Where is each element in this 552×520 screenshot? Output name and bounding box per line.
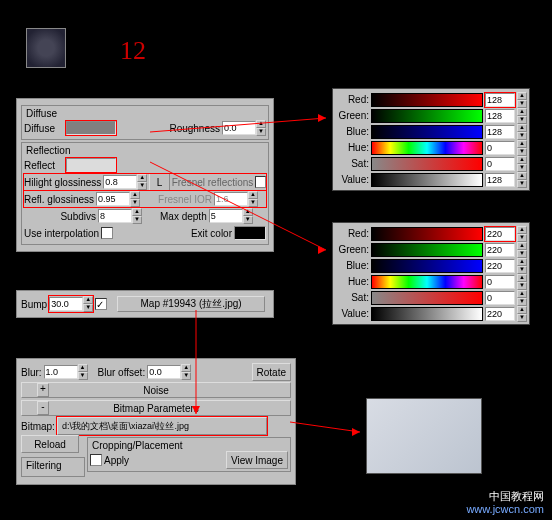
roughness-spinner[interactable]: ▲▼	[222, 120, 266, 136]
hue-slider[interactable]	[371, 141, 483, 155]
noise-expand-icon[interactable]: +	[37, 383, 49, 397]
value-slider[interactable]	[371, 307, 483, 321]
green-slider[interactable]	[371, 243, 483, 257]
step-number: 12	[120, 36, 146, 66]
watermark: 中国教程网 www.jcwcn.com	[466, 490, 544, 516]
fresnel-ior-spinner[interactable]: ▲▼	[214, 191, 258, 207]
rotate-button[interactable]: Rotate	[252, 363, 291, 381]
bitmap-panel: Blur: ▲▼ Blur offset: ▲▼ Rotate + Noise …	[16, 358, 296, 485]
green-value[interactable]	[485, 109, 515, 123]
green-slider[interactable]	[371, 109, 483, 123]
blue-slider[interactable]	[371, 259, 483, 273]
fresnel-checkbox[interactable]	[255, 176, 266, 188]
roughness-label: Roughness	[169, 123, 220, 134]
l-button[interactable]: L	[149, 173, 169, 191]
red-value[interactable]	[485, 93, 515, 107]
use-interp-label: Use interpolation	[24, 228, 99, 239]
hue-value[interactable]	[485, 275, 515, 289]
sat-value[interactable]	[485, 291, 515, 305]
bitmap-collapse-icon[interactable]: -	[37, 401, 49, 415]
reflection-title: Reflection	[24, 145, 266, 156]
diffuse-group: Diffuse Diffuse Roughness ▲▼	[21, 105, 269, 140]
bitmap-path-button[interactable]: d:\我的文档\桌面\xiazai\拉丝.jpg	[57, 417, 267, 435]
max-depth-label: Max depth	[160, 211, 207, 222]
bump-panel: Bump ▲▼ ✓ Map #19943 (拉丝.jpg)	[16, 290, 274, 318]
blur-offset-label: Blur offset:	[98, 367, 146, 378]
hilight-gloss-spinner[interactable]: ▲▼	[103, 174, 147, 190]
sat-label: Sat:	[335, 158, 369, 169]
fresnel-label: Fresnel reflections	[172, 177, 254, 188]
svg-marker-7	[352, 428, 360, 436]
bump-label: Bump	[21, 299, 47, 310]
exit-color-swatch[interactable]	[234, 226, 266, 240]
use-interp-checkbox[interactable]	[101, 227, 113, 239]
blur-label: Blur:	[21, 367, 42, 378]
value-value[interactable]	[485, 173, 515, 187]
blue-value[interactable]	[485, 125, 515, 139]
value-label: Value:	[335, 174, 369, 185]
sat-value[interactable]	[485, 157, 515, 171]
color-picker-1: Red:▲▼ Green:▲▼ Blue:▲▼ Hue:▲▼ Sat:▲▼ Va…	[332, 88, 530, 191]
bitmap-label: Bitmap:	[21, 421, 55, 432]
diffuse-title: Diffuse	[24, 108, 266, 119]
refl-gloss-spinner[interactable]: ▲▼	[96, 191, 140, 207]
cropping-label: Cropping/Placement	[90, 440, 288, 451]
hilight-gloss-label: Hilight glossiness	[24, 177, 101, 188]
exit-color-label: Exit color	[191, 228, 232, 239]
apply-checkbox[interactable]	[90, 454, 102, 466]
reflect-color-swatch[interactable]	[66, 158, 116, 172]
green-value[interactable]	[485, 243, 515, 257]
material-thumbnail	[26, 28, 66, 68]
red-value[interactable]	[485, 227, 515, 241]
reflection-group: Reflection Reflect Hilight glossiness ▲▼…	[21, 142, 269, 245]
subdivs-label: Subdivs	[24, 211, 96, 222]
bitmap-params-header[interactable]: - Bitmap Parameters	[21, 400, 291, 416]
color-picker-2: Red:▲▼ Green:▲▼ Blue:▲▼ Hue:▲▼ Sat:▲▼ Va…	[332, 222, 530, 325]
refl-gloss-label: Refl. glossiness	[24, 194, 94, 205]
sat-slider[interactable]	[371, 291, 483, 305]
max-depth-spinner[interactable]: ▲▼	[209, 208, 253, 224]
value-slider[interactable]	[371, 173, 483, 187]
blur-offset-spinner[interactable]: ▲▼	[147, 364, 191, 380]
svg-marker-3	[318, 246, 326, 254]
blur-spinner[interactable]: ▲▼	[44, 364, 88, 380]
hue-label: Hue:	[335, 142, 369, 153]
diffuse-color-swatch[interactable]	[66, 121, 116, 135]
blue-label: Blue:	[335, 126, 369, 137]
red-slider[interactable]	[371, 227, 483, 241]
reload-button[interactable]: Reload	[21, 435, 79, 453]
filtering-label: Filtering	[24, 460, 64, 471]
material-panel: Diffuse Diffuse Roughness ▲▼ Reflection …	[16, 98, 274, 252]
blue-slider[interactable]	[371, 125, 483, 139]
hue-slider[interactable]	[371, 275, 483, 289]
svg-marker-1	[318, 114, 326, 122]
subdivs-spinner[interactable]: ▲▼	[98, 208, 142, 224]
blue-value[interactable]	[485, 259, 515, 273]
bump-checkbox[interactable]: ✓	[95, 298, 107, 310]
noise-header[interactable]: + Noise	[21, 382, 291, 398]
green-label: Green:	[335, 110, 369, 121]
diffuse-label: Diffuse	[24, 123, 64, 134]
bump-map-button[interactable]: Map #19943 (拉丝.jpg)	[117, 296, 265, 312]
apply-label: Apply	[104, 455, 129, 466]
red-label: Red:	[335, 94, 369, 105]
red-slider[interactable]	[371, 93, 483, 107]
view-image-button[interactable]: View Image	[226, 451, 288, 469]
value-value[interactable]	[485, 307, 515, 321]
reflect-label: Reflect	[24, 160, 64, 171]
fresnel-ior-label: Fresnel IOR	[158, 194, 212, 205]
svg-line-6	[290, 422, 360, 432]
bitmap-preview	[366, 398, 482, 474]
hue-value[interactable]	[485, 141, 515, 155]
sat-slider[interactable]	[371, 157, 483, 171]
bump-spinner[interactable]: ▲▼	[49, 296, 93, 312]
